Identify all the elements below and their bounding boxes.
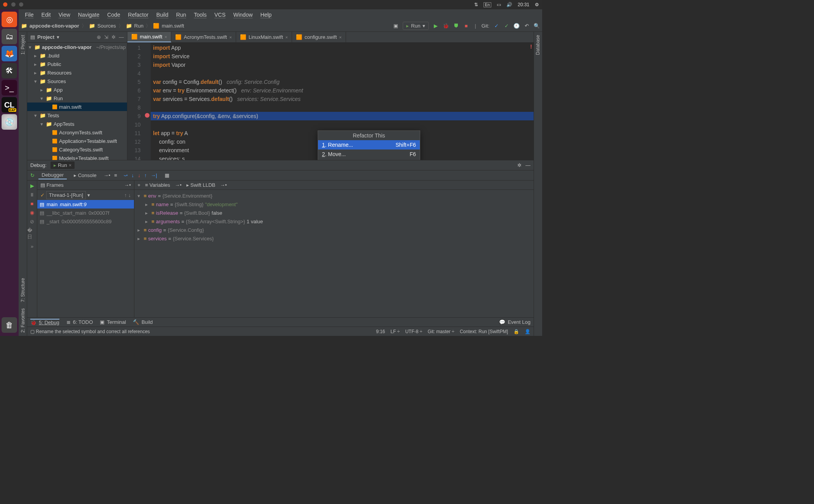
project-panel-title[interactable]: Project [37,34,54,40]
debug-button-icon[interactable]: 🐞 [443,23,449,29]
tree-item[interactable]: 🟧AcronymTests.swift [27,128,127,137]
close-icon[interactable]: × [165,35,167,39]
ubuntu-dash-icon[interactable]: ◎ [2,12,17,27]
menu-navigate[interactable]: Navigate [74,10,103,19]
debugger-tab[interactable]: Debugger [38,171,67,179]
chevron-down-icon[interactable]: ▾ [87,192,90,198]
menu-code[interactable]: Code [103,10,124,19]
tree-item[interactable]: ▾📁Tests [27,111,127,120]
step-out-icon[interactable]: ↑ [144,172,147,178]
tree-item[interactable]: ▾📁Run [27,94,127,103]
view-breakpoints-icon[interactable]: ◉ [30,210,34,216]
menu-help[interactable]: Help [257,10,276,19]
firefox-icon[interactable]: 🦊 [2,46,17,61]
expand-all-icon[interactable]: ⇲ [104,34,108,40]
status-context[interactable]: Context: Run [SwiftPM] [460,329,508,334]
close-icon[interactable]: × [69,162,72,168]
sidebar-tab-database[interactable]: Database [534,32,542,58]
threads-icon[interactable]: ≡ [114,172,117,178]
close-icon[interactable]: × [285,35,288,40]
git-revert-icon[interactable]: ↶ [524,23,530,29]
breakpoint-icon[interactable] [145,113,150,118]
pin-icon[interactable]: →• [220,182,227,188]
tree-item[interactable]: ▸📁.build [27,51,127,60]
pin-icon[interactable]: →• [124,182,131,188]
variable-row[interactable]: ▸≡ services = {Service.Services} [134,234,534,243]
menu-window[interactable]: Window [230,10,257,19]
toolwin-todo[interactable]: ≣6: TODO [66,319,93,325]
close-icon[interactable]: × [229,35,231,40]
menu-edit[interactable]: Edit [38,10,55,19]
tree-item[interactable]: ▸📁App [27,85,127,94]
crumb-sources[interactable]: Sources [97,23,116,29]
tree-item[interactable]: 🟧Models+Testable.swift [27,154,127,160]
menu-tools[interactable]: Tools [190,10,210,19]
status-encoding[interactable]: UTF-8 ÷ [405,329,422,334]
pause-icon[interactable]: ⏸ [30,192,35,198]
editor-tab[interactable]: 🟧LinuxMain.swift× [236,32,292,42]
inspector-icon[interactable]: 👤 [525,329,530,334]
tree-root[interactable]: ▾📁appcode-clion-vapor ~/Projects/ap [27,43,127,51]
close-icon[interactable]: × [339,35,341,40]
window-maximize-icon[interactable] [19,2,23,7]
run-button-icon[interactable]: ▶ [433,23,439,29]
build-icon[interactable]: ▣ [393,23,399,29]
menu-view[interactable]: View [55,10,74,19]
console-tab[interactable]: ▸ Console [71,172,99,179]
tree-item[interactable]: 🟧CategoryTests.swift [27,145,127,154]
git-commit-icon[interactable]: ✓ [503,23,510,29]
crumb-root[interactable]: appcode-clion-vapor [30,23,79,29]
popup-item-rename[interactable]: 1. Rename...Shift+F6 [318,140,420,149]
variable-row[interactable]: ▸≡ name = {Swift.String} "development" [134,200,534,209]
search-everywhere-icon[interactable]: 🔍 [534,23,540,29]
variable-row[interactable]: ▸≡ config = {Service.Config} [134,226,534,234]
add-watch-icon[interactable]: + [137,182,141,188]
settings-gear-icon[interactable]: ⚙ [535,2,539,7]
status-button-icon[interactable]: ▢ [30,329,35,334]
tree-item-selected[interactable]: 🟧main.swift [27,103,127,111]
editor-tab[interactable]: 🟧AcronymTests.swift× [171,32,236,42]
crumb-run[interactable]: Run [134,23,144,29]
popup-item-move[interactable]: 2. Move...F6 [318,149,420,159]
mute-breakpoints-icon[interactable]: ⊘ [30,219,34,224]
files-app-icon[interactable]: 🗂 [2,29,17,44]
crumb-file[interactable]: main.swift [162,23,184,29]
layout-icon[interactable]: �日 [27,228,37,240]
sidebar-tab-structure[interactable]: 7: Structure [19,275,27,305]
locate-icon[interactable]: ⊕ [97,34,101,40]
step-over-icon[interactable]: ⤻ [123,172,128,178]
more-icon[interactable]: » [31,243,33,249]
hide-icon[interactable]: — [119,34,124,40]
coverage-icon[interactable]: ⛊ [453,23,459,29]
lock-icon[interactable]: 🔒 [513,329,519,334]
tree-item[interactable]: ▾📁AppTests [27,120,127,128]
editor-body[interactable]: 1234567891011121314151617 import App imp… [127,43,534,160]
toolwin-build[interactable]: 🔨Build [133,319,153,325]
sidebar-tab-favorites[interactable]: 2: Favorites [19,305,27,336]
volume-icon[interactable]: 🔊 [506,2,512,7]
status-line-ending[interactable]: LF ÷ [390,329,400,334]
frame-row[interactable]: ▤ __libc_start_main 0x00007f [37,209,134,217]
menu-build[interactable]: Build [152,10,172,19]
pin-icon[interactable]: →• [175,182,182,188]
tree-item[interactable]: ▾📁Sources [27,77,127,85]
toolwin-eventlog[interactable]: 💬Event Log [499,319,530,325]
clion-app-icon[interactable]: CLEAP [2,97,17,113]
stop-icon[interactable]: ■ [31,201,34,207]
trash-icon[interactable]: 🗑 [2,317,17,333]
variable-row[interactable]: ▾≡ env = {Service.Environment} [134,191,534,200]
variable-row[interactable]: ▸≡ isRelease = {Swift.Bool} false [134,209,534,217]
run-to-cursor-icon[interactable]: →| [151,172,157,178]
variable-row[interactable]: ▸≡ arguments = {Swift.Array<Swift.String… [134,217,534,226]
resume-icon[interactable]: ▶ [30,183,34,189]
settings-gear-icon[interactable]: ✲ [517,162,522,168]
window-minimize-icon[interactable] [11,2,16,7]
frame-row[interactable]: ▤ _start 0x0000555555600c89 [37,217,134,226]
menu-file[interactable]: File [21,10,38,19]
status-caret-pos[interactable]: 9:16 [376,329,385,334]
next-frame-icon[interactable]: ↓ [129,192,131,198]
system-settings-icon[interactable]: 🛠 [2,63,17,78]
battery-icon[interactable]: ▭ [497,2,501,7]
menu-refactor[interactable]: Refactor [124,10,153,19]
status-git-branch[interactable]: Git: master ÷ [428,329,454,334]
